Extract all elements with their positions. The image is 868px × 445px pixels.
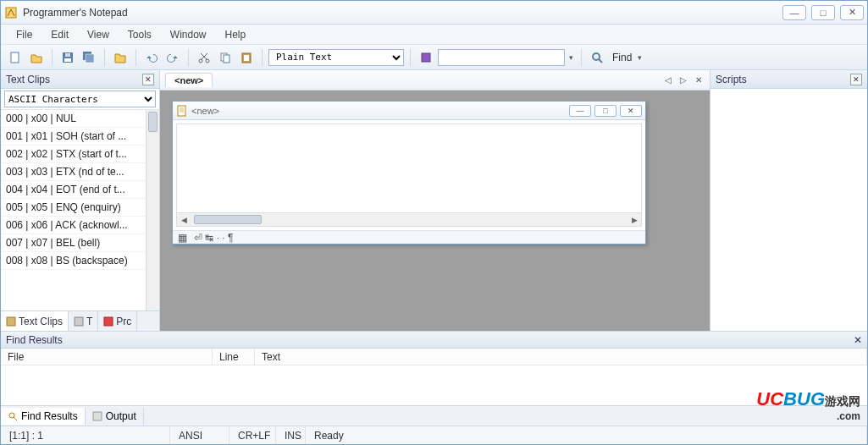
menu-help[interactable]: Help <box>217 26 255 43</box>
bottom-tabs: Find Results Output <box>1 405 867 426</box>
list-item[interactable]: 001 | x01 | SOH (start of ... <box>1 128 159 146</box>
svg-rect-19 <box>178 106 185 116</box>
project-icon <box>103 316 113 327</box>
tab-output[interactable]: Output <box>86 408 144 425</box>
tab-text-clips[interactable]: Text Clips <box>1 311 69 331</box>
maximize-button[interactable]: □ <box>811 5 835 20</box>
scheme-icon[interactable] <box>417 48 435 67</box>
svg-line-15 <box>599 59 602 63</box>
scripts-close-icon[interactable]: ✕ <box>850 74 862 85</box>
find-results-header: Find Results ✕ <box>1 332 867 349</box>
list-item[interactable]: 007 | x07 | BEL (bell) <box>1 234 159 252</box>
child-title-bar: <new> — □ ✕ <box>173 102 645 120</box>
status-message: Ready <box>306 426 867 444</box>
toolbar: Plain Text ▾ Find ▾ <box>1 45 867 70</box>
svg-rect-22 <box>93 412 102 420</box>
find-label[interactable]: Find <box>609 52 635 63</box>
new-file-icon[interactable] <box>6 48 25 67</box>
tab-next-icon[interactable]: ▷ <box>677 74 689 86</box>
menu-tools[interactable]: Tools <box>119 26 160 43</box>
scroll-left-icon[interactable]: ◀ <box>177 213 191 226</box>
paste-icon[interactable] <box>237 48 256 67</box>
editor-child-window: <new> — □ ✕ ◀ ▶ <box>172 101 646 244</box>
tab-prev-icon[interactable]: ◁ <box>662 74 674 86</box>
svg-rect-10 <box>224 55 229 63</box>
undo-icon[interactable] <box>142 48 161 67</box>
scroll-right-icon[interactable]: ▶ <box>628 213 641 226</box>
scripts-title: Scripts <box>716 74 747 85</box>
minimize-button[interactable]: — <box>782 5 806 20</box>
cut-icon[interactable] <box>195 48 213 67</box>
dropdown-icon[interactable]: ▾ <box>567 53 575 62</box>
list-item[interactable]: 002 | x02 | STX (start of t... <box>1 146 159 163</box>
menu-edit[interactable]: Edit <box>42 26 77 43</box>
tab-tags[interactable]: T <box>69 311 98 331</box>
list-item[interactable]: 003 | x03 | ETX (nd of te... <box>1 163 159 181</box>
list-item[interactable]: 005 | x05 | ENQ (enquiry) <box>1 199 159 217</box>
mdi-area: <new> — □ ✕ ◀ ▶ <box>160 91 710 331</box>
find-tab-icon <box>8 411 18 421</box>
find-columns: File Line Text <box>1 349 867 365</box>
child-maximize-button[interactable]: □ <box>594 105 616 117</box>
quick-search-input[interactable] <box>438 49 565 66</box>
col-line[interactable]: Line <box>213 349 255 365</box>
menu-view[interactable]: View <box>79 26 118 43</box>
language-select[interactable]: Plain Text <box>268 49 404 66</box>
find-icon[interactable] <box>588 48 606 67</box>
find-dropdown-icon[interactable]: ▾ <box>638 53 642 62</box>
scripts-body <box>710 89 867 331</box>
clip-category-select[interactable]: ASCII Characters <box>4 91 156 107</box>
copy-icon[interactable] <box>216 48 235 67</box>
title-bar: Programmer's Notepad — □ ✕ <box>1 1 867 25</box>
list-item[interactable]: 004 | x04 | EOT (end of t... <box>1 181 159 199</box>
open-file-icon[interactable] <box>27 48 46 67</box>
find-results-close-icon[interactable]: ✕ <box>854 334 862 346</box>
document-tab[interactable]: <new> <box>165 73 213 87</box>
whitespace-toggle-icon[interactable]: ▦ <box>178 232 187 244</box>
footer-symbols[interactable]: ⏎ ↹ · · ¶ <box>194 232 233 244</box>
svg-rect-12 <box>244 55 249 61</box>
book-icon <box>6 316 16 327</box>
tab-close-icon[interactable]: ✕ <box>693 74 705 86</box>
doc-icon <box>176 105 188 117</box>
tab-projects[interactable]: Prc <box>98 311 137 331</box>
open-folder-icon[interactable] <box>111 48 130 67</box>
clip-scrollbar[interactable] <box>146 110 159 310</box>
list-item[interactable]: 006 | x06 | ACK (acknowl... <box>1 217 159 234</box>
child-title: <new> <box>188 106 569 116</box>
status-position: [1:1] : 1 <box>1 426 170 444</box>
svg-rect-4 <box>65 53 70 57</box>
editor-footer: ▦ ⏎ ↹ · · ¶ <box>173 230 645 244</box>
save-all-icon[interactable] <box>80 48 98 67</box>
main-area: Text Clips ✕ ASCII Characters 000 | x00 … <box>1 70 867 331</box>
status-bar: [1:1] : 1 ANSI CR+LF INS Ready <box>1 426 867 444</box>
editor-area: <new> ◁ ▷ ✕ <new> — □ ✕ <box>160 70 710 331</box>
child-close-button[interactable]: ✕ <box>620 105 642 117</box>
menu-file[interactable]: File <box>8 26 41 43</box>
col-text[interactable]: Text <box>255 349 867 365</box>
save-icon[interactable] <box>58 48 77 67</box>
editor-h-scrollbar[interactable]: ◀ ▶ <box>177 212 641 226</box>
svg-rect-18 <box>104 317 113 326</box>
redo-icon[interactable] <box>163 48 182 67</box>
clip-list: 000 | x00 | NUL 001 | x01 | SOH (start o… <box>1 109 159 310</box>
document-tab-bar: <new> ◁ ▷ ✕ <box>160 70 710 91</box>
child-minimize-button[interactable]: — <box>569 105 591 117</box>
app-title: Programmer's Notepad <box>23 7 782 19</box>
status-eol: CR+LF <box>229 426 276 444</box>
menu-window[interactable]: Window <box>162 26 215 43</box>
text-clips-close-icon[interactable]: ✕ <box>142 74 154 85</box>
list-item[interactable]: 008 | x08 | BS (backspace) <box>1 252 159 270</box>
svg-rect-13 <box>422 53 430 62</box>
status-insert: INS <box>276 426 306 444</box>
scripts-panel: Scripts ✕ <box>710 70 867 331</box>
close-button[interactable]: ✕ <box>840 5 864 20</box>
find-results-title: Find Results <box>6 334 63 346</box>
scripts-header: Scripts ✕ <box>710 70 867 89</box>
text-editor[interactable]: ◀ ▶ <box>176 124 642 227</box>
col-file[interactable]: File <box>1 349 213 365</box>
svg-rect-6 <box>86 54 94 63</box>
svg-line-21 <box>14 417 17 420</box>
list-item[interactable]: 000 | x00 | NUL <box>1 110 159 128</box>
tab-find-results[interactable]: Find Results <box>1 408 86 425</box>
